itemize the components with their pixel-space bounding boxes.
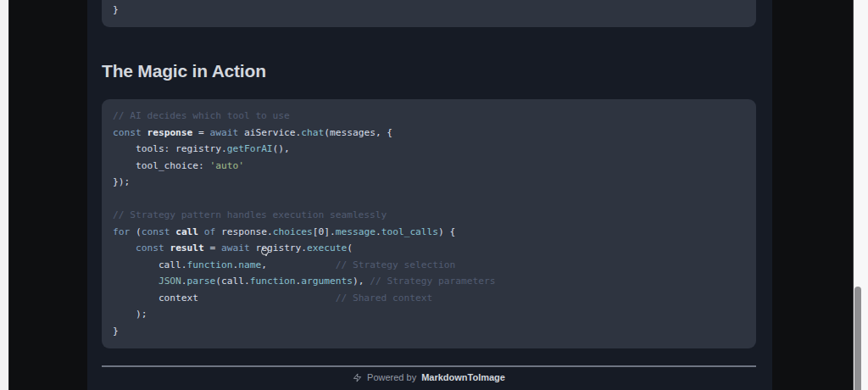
powered-by-text: Powered by	[367, 372, 416, 382]
markdown-render-card: } The Magic in Action // AI decides whic…	[87, 0, 772, 390]
code-line	[113, 191, 745, 208]
code-line: JSON.parse(call.function.arguments), // …	[113, 273, 745, 290]
zap-icon	[353, 373, 362, 382]
brand-name: MarkdownToImage	[421, 372, 505, 382]
section-heading: The Magic in Action	[102, 61, 266, 81]
code-line: tools: registry.getForAI(),	[113, 141, 745, 158]
code-line: }	[113, 2, 745, 19]
code-line: );	[113, 306, 745, 323]
scrollbar-track[interactable]	[853, 0, 868, 390]
code-line: // AI decides which tool to use	[113, 108, 745, 125]
code-line: const result = await registry.execute(	[113, 240, 745, 257]
scrollbar-thumb[interactable]	[854, 287, 861, 390]
code-line: const response = await aiService.chat(me…	[113, 125, 745, 142]
code-block-previous: }	[102, 0, 756, 27]
code-block-magic-in-action: // AI decides which tool to useconst res…	[102, 99, 756, 348]
left-edge-strip	[0, 0, 9, 390]
code-line: }	[113, 323, 745, 340]
footer-divider	[102, 365, 756, 367]
code-line: // Strategy pattern handles execution se…	[113, 207, 745, 224]
code-line: call.function.name, // Strategy selectio…	[113, 257, 745, 274]
code-line: for (const call of response.choices[0].m…	[113, 224, 745, 241]
code-line: context // Shared context	[113, 290, 745, 307]
code-line: tool_choice: 'auto'	[113, 158, 745, 175]
mouse-cursor-indicator	[261, 248, 269, 255]
footer: Powered by MarkdownToImage	[87, 372, 771, 382]
code-line: });	[113, 174, 745, 191]
